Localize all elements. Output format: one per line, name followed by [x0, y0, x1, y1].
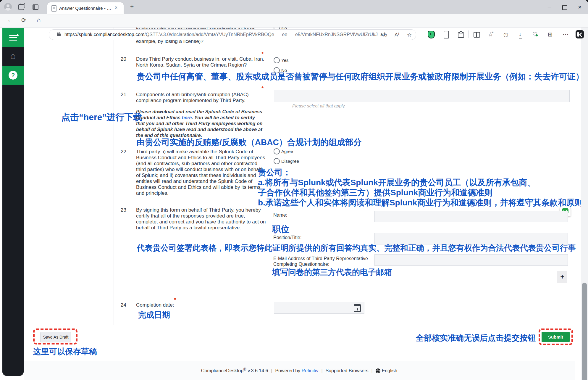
footer-language[interactable]: English [382, 368, 397, 373]
maximize-button[interactable] [562, 5, 567, 10]
collections-icon[interactable]: ☆ [488, 31, 493, 38]
tab-strip: Answer Questionnaire - Question × + – × [0, 0, 588, 14]
annotation-q22: 贵公司： a.将所有与Splunk或代表Splunk开展业务的贵公司员工（以及所… [258, 168, 583, 208]
history-icon[interactable]: ◷ [503, 31, 508, 38]
favorite-star-icon[interactable]: ☆ [407, 32, 412, 38]
footer-text: ComplianceDesktop® v.3.6.14.6|Powered by… [24, 367, 575, 373]
footer-reg: ® [243, 367, 246, 371]
q21-required-asterisk: * [261, 85, 264, 92]
form-footer-divider [24, 325, 575, 325]
sidebar-menu-button[interactable] [2, 28, 24, 47]
question-23-number: 23 [121, 207, 126, 213]
name-input[interactable] [374, 211, 568, 222]
refinitiv-link[interactable]: Refinitiv [301, 368, 318, 373]
copilot-sidebar-icon[interactable] [576, 30, 584, 38]
annotation-q23: 代表贵公司签署此表格，即表示您特此证明所提供的所有回答均真实、完整和正确，并且您… [137, 243, 576, 253]
phone-extension-icon[interactable] [444, 31, 449, 38]
footer-product: ComplianceDesktop [201, 368, 243, 373]
window-close-button[interactable]: × [578, 4, 581, 11]
annotation-q21: 由贵公司实施的反贿赂/反腐败（ABAC）合规计划的组成部分 [137, 137, 362, 148]
split-screen-icon[interactable] [474, 32, 480, 38]
browser-tab[interactable]: Answer Questionnaire - Question × [47, 2, 124, 14]
back-icon[interactable]: ← [7, 17, 13, 23]
browser-toolbar: ← ⟳ ⌂ https://splunk.compliancedesktop.c… [0, 14, 588, 28]
toolbar-divider [468, 30, 469, 38]
q20-yes-label: Yes [281, 58, 288, 63]
name-label: Name: [273, 212, 287, 218]
footer-powered: Powered by [275, 368, 302, 373]
email-input[interactable] [374, 254, 568, 266]
supported-browsers-link[interactable]: Supported Browsers [326, 368, 369, 373]
scrollbar-thumb[interactable] [582, 283, 587, 380]
profile-avatar-icon[interactable] [4, 3, 12, 11]
question-24-number: 24 [121, 302, 126, 308]
submit-button[interactable]: Submit [542, 332, 570, 342]
page-scrollbar[interactable] [581, 27, 588, 380]
globe-icon [376, 368, 380, 373]
menu-icon [9, 35, 17, 36]
save-as-draft-button[interactable]: Save As Draft [40, 332, 71, 342]
q21-multiselect-input[interactable] [274, 90, 570, 102]
question-22-number: 22 [121, 149, 126, 155]
completion-date-input[interactable] [274, 302, 364, 314]
new-tab-button[interactable]: + [130, 3, 134, 10]
url-path: /QSTT.V.3.0/declaration/add/VmtaYVUyTnNR… [144, 32, 378, 37]
question-22-text: Third party: i) will make available the … [136, 149, 268, 196]
annotation-position: 职位 [272, 223, 289, 235]
q20-yes-radio[interactable] [274, 57, 280, 63]
question-24-text: Completion date: [136, 302, 268, 308]
downloads-icon[interactable]: ↓ [519, 31, 522, 38]
page-favicon-icon [51, 5, 56, 12]
question-21-text: Components of anti-bribery/anti-corrupti… [136, 92, 268, 104]
question-column-divider [114, 27, 114, 325]
q22-disagree-radio[interactable] [274, 158, 280, 164]
tab-title: Answer Questionnaire - Question [59, 6, 112, 11]
annotation-save: 这里可以保存草稿 [33, 346, 97, 357]
footer-version: v.3.6.14.6 [246, 368, 268, 373]
annotation-q20: 贵公司中任何高管、董事、股东或成员是否曾被暂停与任何政府组织开展业务或被政府限制… [137, 71, 584, 82]
read-aloud-icon[interactable]: A⁾ [395, 32, 399, 38]
tab-close-icon[interactable]: × [115, 5, 117, 10]
refresh-icon[interactable]: ⟳ [21, 17, 26, 24]
shield-extension-icon[interactable] [428, 31, 435, 38]
extensions-icon[interactable] [458, 32, 464, 38]
annotation-submit: 全部核实准确无误后点击提交按钮 [416, 333, 536, 343]
question-23-text: By signing this form on behalf of Third … [136, 207, 268, 231]
more-options-icon[interactable]: ⋯ [563, 31, 569, 38]
question-20-text: Does Third Party conduct business in, or… [136, 56, 268, 68]
minimize-button[interactable]: – [548, 4, 551, 10]
here-link[interactable]: here [182, 115, 192, 120]
help-question-icon: ? [9, 71, 17, 80]
sidebar-help-button[interactable]: ? [2, 66, 24, 85]
browser-essentials-icon[interactable]: ♡ [532, 31, 537, 38]
sidebar-home-button[interactable]: ⌂ [2, 47, 24, 66]
annotation-email: 填写问卷的第三方代表的电子邮箱 [272, 267, 392, 278]
q21-note: Please download and read the Splunk Code… [136, 109, 264, 139]
browser-window: Answer Questionnaire - Question × + – × … [0, 0, 588, 380]
app-sidebar: ⌂ ? ⚙ [2, 28, 24, 376]
home-house-icon: ⌂ [2, 51, 24, 61]
home-icon[interactable]: ⌂ [37, 16, 41, 24]
add-representative-button[interactable]: + [557, 271, 567, 283]
q22-agree-radio[interactable] [274, 148, 280, 154]
q22-agree-label: Agree [281, 149, 293, 154]
workspaces-tabbar-icon[interactable] [33, 4, 38, 10]
q21-hint: Please select all that apply. [292, 103, 346, 108]
q22-disagree-label: Disagree [281, 159, 299, 164]
tab-stack-icon[interactable] [18, 4, 24, 10]
translate-icon[interactable]: aあ [380, 32, 387, 37]
workspaces-icon[interactable]: ⊞ [548, 31, 553, 38]
address-bar[interactable]: https://splunk.compliancedesktop.com/QST… [49, 29, 416, 40]
annotation-q24: 完成日期 [138, 310, 170, 320]
url-text: https://splunk.compliancedesktop.com/QST… [64, 32, 378, 37]
question-20-number: 20 [121, 56, 126, 62]
url-domain: https://splunk.compliancedesktop.com [64, 32, 144, 37]
lock-icon[interactable] [57, 33, 61, 36]
position-title-label: Position/Title: [273, 235, 301, 240]
question-21-number: 21 [121, 92, 126, 98]
email-label: E-Mail Address of Third Party Representa… [273, 256, 368, 267]
annotation-download: 点击“here”进行下载 [61, 111, 142, 123]
calendar-icon[interactable] [354, 304, 361, 312]
